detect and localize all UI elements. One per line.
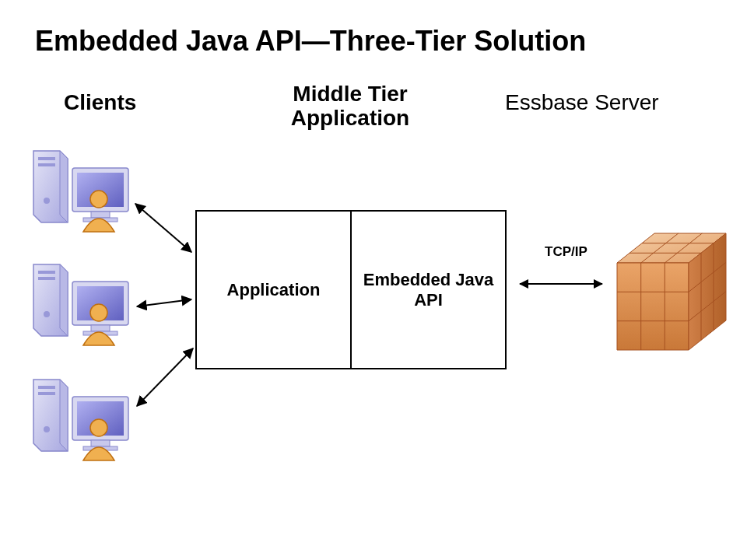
svg-rect-1: [38, 163, 55, 166]
svg-point-23: [90, 419, 107, 436]
svg-point-15: [90, 304, 107, 321]
svg-rect-5: [91, 212, 110, 218]
client-workstation-icon: [27, 258, 148, 352]
column-header-server: Essbase Server: [505, 90, 659, 115]
column-header-clients: Clients: [64, 90, 136, 115]
middle-tier-application-label: Application: [197, 212, 352, 368]
svg-point-18: [44, 426, 50, 432]
middle-tier-box: Application Embedded Java API: [195, 210, 507, 369]
bidirectional-arrow-icon: [520, 283, 602, 285]
middle-tier-api-label: Embedded Java API: [352, 212, 505, 368]
svg-point-2: [44, 198, 50, 204]
svg-rect-9: [38, 277, 55, 280]
svg-rect-0: [38, 157, 55, 160]
svg-rect-8: [38, 271, 55, 274]
svg-rect-13: [91, 325, 110, 331]
svg-rect-17: [38, 392, 55, 395]
svg-point-10: [44, 311, 50, 317]
client-workstation-icon: [27, 373, 148, 467]
data-cube-icon: [609, 226, 734, 361]
svg-rect-16: [38, 386, 55, 389]
client-workstation-icon: [27, 145, 148, 238]
diagram-title: Embedded Java API—Three-Tier Solution: [35, 25, 586, 58]
connection-protocol-label: TCP/IP: [545, 244, 587, 260]
svg-rect-21: [91, 440, 110, 446]
svg-point-7: [90, 191, 107, 208]
column-header-middle: Middle Tier Application: [265, 82, 436, 131]
